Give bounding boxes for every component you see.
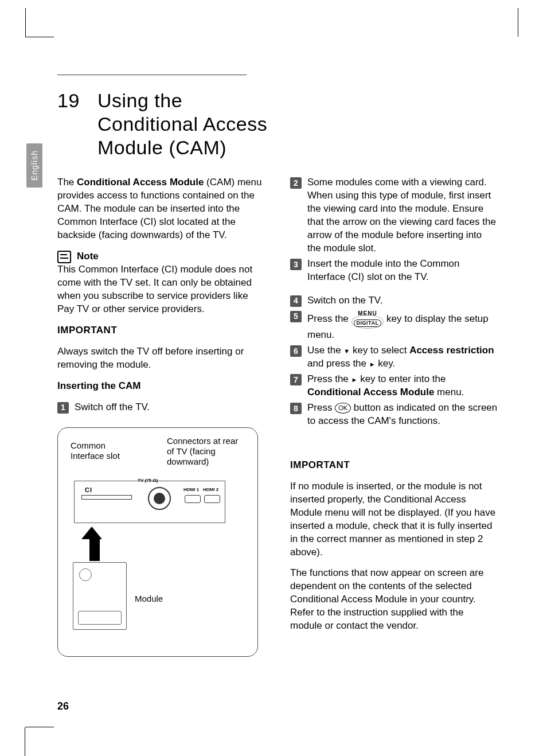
step-2: 2 Some modules come with a viewing card.… — [290, 176, 498, 255]
step-5: 5 Press the MENU DIGITAL key to display … — [290, 310, 498, 342]
rear-panel: CI TV (75 Ω) HDMI 1 HDMI 2 — [74, 481, 225, 523]
text: menu. — [434, 387, 464, 398]
step-number: 5 — [290, 311, 302, 322]
step-6: 6 Use the key to select Access restricti… — [290, 344, 498, 371]
final-paragraph: The functions that now appear on screen … — [290, 567, 498, 633]
crop-mark — [25, 727, 54, 727]
text: Use the — [307, 345, 343, 356]
hdmi1-label: HDMI 1 — [183, 487, 199, 493]
step-text: Press the key to enter into the Conditio… — [307, 373, 498, 399]
step-text: Some modules come with a viewing card. W… — [307, 176, 498, 255]
note-icon — [57, 251, 71, 263]
chapter-text: Using the Conditional Access Module (CAM… — [97, 89, 269, 159]
text: key. — [376, 358, 396, 369]
note-text: This Common Interface (CI) module does n… — [57, 263, 265, 316]
diagram-label-connectors: Connectors at rear of TV (facing downwar… — [167, 436, 247, 467]
right-key-icon — [369, 358, 376, 369]
important-text: Always switch the TV off before insertin… — [57, 345, 265, 372]
step-number: 3 — [290, 259, 302, 270]
step-text: Switch off the TV. — [75, 401, 265, 414]
step-number: 4 — [290, 295, 302, 307]
module-card — [73, 562, 127, 630]
text: Press the — [307, 373, 351, 384]
step-text: Insert the module into the Common Interf… — [307, 258, 498, 284]
chapter-title: 19 Using the Conditional Access Module (… — [57, 89, 499, 159]
step-text: Switch on the TV. — [307, 294, 498, 307]
coax-port — [148, 487, 171, 510]
language-tab: English — [26, 143, 42, 188]
step-7: 7 Press the key to enter into the Condit… — [290, 373, 498, 399]
ok-button-icon: OK — [335, 403, 351, 414]
chapter-rule — [57, 75, 247, 75]
important-heading-2: IMPORTANT — [290, 459, 498, 472]
step-3: 3 Insert the module into the Common Inte… — [290, 258, 498, 284]
ci-slot — [81, 495, 132, 500]
step-number: 6 — [290, 345, 302, 357]
step-text: Press the MENU DIGITAL key to display th… — [307, 310, 498, 342]
crop-mark — [8, 8, 26, 37]
chapter-number: 19 — [57, 89, 92, 112]
module-label: Module — [135, 593, 163, 605]
diagram-label-ci: Common Interface slot — [71, 441, 134, 461]
note-heading: Note — [57, 250, 265, 263]
digital-button-icon: DIGITAL — [351, 315, 384, 329]
step-4: 4 Switch on the TV. — [290, 294, 498, 307]
intro-paragraph: The Conditional Access Module (CAM) menu… — [57, 176, 265, 242]
step-text: Press OK button as indicated on the scre… — [307, 402, 498, 428]
text: key to enter into the — [357, 373, 446, 384]
insert-arrow — [87, 527, 102, 561]
coax-label: TV (75 Ω) — [138, 478, 158, 484]
step-8: 8 Press OK button as indicated on the sc… — [290, 402, 498, 428]
crop-mark — [518, 8, 518, 37]
step-number: 8 — [290, 403, 302, 414]
text: Press — [307, 402, 335, 413]
page-content: English 19 Using the Conditional Access … — [57, 75, 499, 657]
text: The — [57, 177, 77, 188]
text-bold: Conditional Access Module — [307, 387, 434, 398]
important-text-2: If no module is inserted, or the module … — [290, 480, 498, 559]
step-1: 1 Switch off the TV. — [57, 401, 265, 414]
note-label: Note — [77, 250, 99, 263]
page-number: 26 — [57, 700, 69, 712]
text-bold: Conditional Access Module — [77, 177, 204, 188]
important-heading: IMPORTANT — [57, 324, 265, 337]
diagram: Common Interface slot Connectors at rear… — [57, 427, 258, 657]
right-key-icon — [351, 373, 358, 384]
text: Press the — [307, 313, 349, 324]
step-text: Use the key to select Access restriction… — [307, 344, 498, 371]
inserting-heading: Inserting the CAM — [57, 380, 265, 393]
text: and press the — [307, 358, 369, 369]
text: key to select — [350, 345, 409, 356]
right-column: 2 Some modules come with a viewing card.… — [290, 176, 498, 657]
hdmi2-label: HDMI 2 — [203, 487, 218, 493]
step-number: 2 — [290, 177, 302, 189]
down-key-icon — [343, 345, 350, 356]
left-column: The Conditional Access Module (CAM) menu… — [57, 176, 265, 657]
text-bold: Access restriction — [409, 345, 494, 356]
step-number: 1 — [57, 402, 69, 414]
step-number: 7 — [290, 374, 302, 385]
hdmi2-port — [204, 495, 220, 503]
hdmi1-port — [185, 495, 201, 503]
ci-text: CI — [85, 486, 92, 494]
